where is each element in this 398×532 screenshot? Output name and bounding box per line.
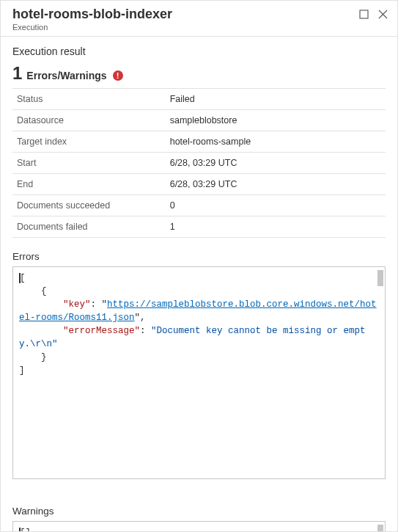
detail-value: 0 xyxy=(166,194,386,216)
detail-value: 6/28, 03:29 UTC xyxy=(166,173,386,194)
detail-value: 6/28, 03:29 UTC xyxy=(166,152,386,173)
table-row: End 6/28, 03:29 UTC xyxy=(12,173,386,194)
scrollbar[interactable] xyxy=(377,270,383,286)
panel-header: hotel-rooms-blob-indexer Execution xyxy=(1,1,397,37)
scrollbar[interactable] xyxy=(377,525,383,531)
execution-result-heading: Execution result xyxy=(12,45,386,57)
table-row: Documents failed 1 xyxy=(12,216,386,237)
detail-label: Start xyxy=(12,152,166,173)
close-button[interactable] xyxy=(377,8,388,20)
detail-value: 1 xyxy=(166,216,386,237)
table-row: Target index hotel-rooms-sample xyxy=(12,131,386,152)
svg-rect-0 xyxy=(360,10,368,18)
json-key: "errorMessage" xyxy=(63,326,140,336)
errors-json-box[interactable]: [ { "key": "https://sampleblobstore.blob… xyxy=(12,266,386,479)
detail-label: End xyxy=(12,173,166,194)
error-badge-icon: ! xyxy=(113,70,123,81)
errors-heading: Errors xyxy=(12,251,386,262)
table-row: Start 6/28, 03:29 UTC xyxy=(12,152,386,173)
detail-value: hotel-rooms-sample xyxy=(166,131,386,152)
errors-warnings-count: 1 xyxy=(12,63,22,84)
panel-title: hotel-rooms-blob-indexer xyxy=(12,7,358,23)
detail-label: Status xyxy=(12,88,166,109)
warnings-heading: Warnings xyxy=(12,506,386,517)
detail-label: Datasource xyxy=(12,109,166,131)
execution-panel: hotel-rooms-blob-indexer Execution Execu… xyxy=(0,0,398,532)
detail-label: Documents succeeded xyxy=(12,194,166,216)
close-icon xyxy=(378,10,388,19)
warnings-body: [] xyxy=(20,528,31,531)
errors-warnings-label: Errors/Warnings xyxy=(26,70,106,81)
maximize-button[interactable] xyxy=(358,8,369,20)
header-actions xyxy=(358,7,388,20)
warnings-json-box[interactable]: [] xyxy=(12,521,386,531)
panel-subtitle: Execution xyxy=(12,23,358,32)
execution-details-table: Status Failed Datasource sampleblobstore… xyxy=(12,88,386,238)
detail-label: Target index xyxy=(12,131,166,152)
detail-value: Failed xyxy=(166,88,386,109)
detail-label: Documents failed xyxy=(12,216,166,237)
panel-content: Execution result 1 Errors/Warnings ! Sta… xyxy=(1,37,397,531)
table-row: Datasource sampleblobstore xyxy=(12,109,386,131)
header-titles: hotel-rooms-blob-indexer Execution xyxy=(12,7,358,32)
maximize-icon xyxy=(359,10,369,19)
table-row: Documents succeeded 0 xyxy=(12,194,386,216)
json-key: "key" xyxy=(63,299,91,310)
errors-warnings-summary: 1 Errors/Warnings ! xyxy=(12,63,386,84)
table-row: Status Failed xyxy=(12,88,386,109)
detail-value: sampleblobstore xyxy=(166,109,386,131)
